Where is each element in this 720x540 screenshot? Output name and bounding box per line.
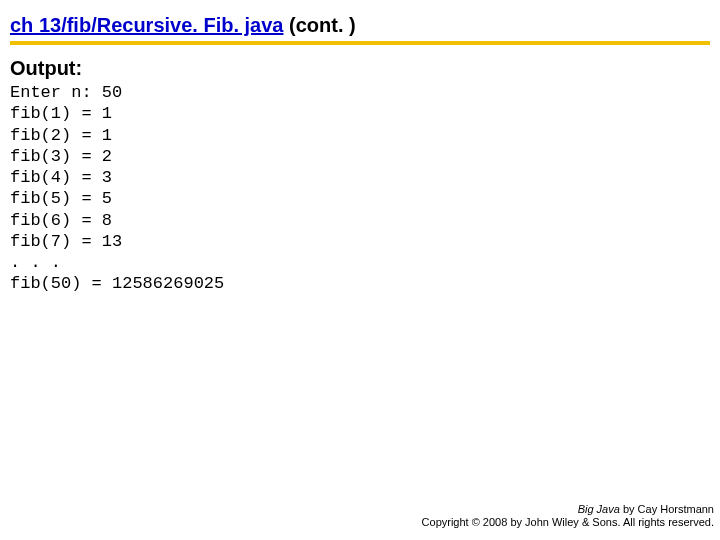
- code-output: Enter n: 50 fib(1) = 1 fib(2) = 1 fib(3)…: [10, 82, 710, 295]
- footer-line-1: Big Java by Cay Horstmann: [422, 503, 714, 517]
- footer: Big Java by Cay Horstmann Copyright © 20…: [422, 503, 714, 531]
- title-suffix: (cont. ): [283, 14, 355, 36]
- output-heading: Output:: [10, 57, 710, 80]
- slide-body: Output: Enter n: 50 fib(1) = 1 fib(2) = …: [0, 51, 720, 295]
- footer-line-2: Copyright © 2008 by John Wiley & Sons. A…: [422, 516, 714, 530]
- title-bar: ch 13/fib/Recursive. Fib. java (cont. ): [0, 0, 720, 51]
- book-title: Big Java: [578, 503, 620, 515]
- title-rule: [10, 41, 710, 45]
- slide: ch 13/fib/Recursive. Fib. java (cont. ) …: [0, 0, 720, 540]
- by-author: by Cay Horstmann: [620, 503, 714, 515]
- title-link[interactable]: ch 13/fib/Recursive. Fib. java: [10, 14, 283, 36]
